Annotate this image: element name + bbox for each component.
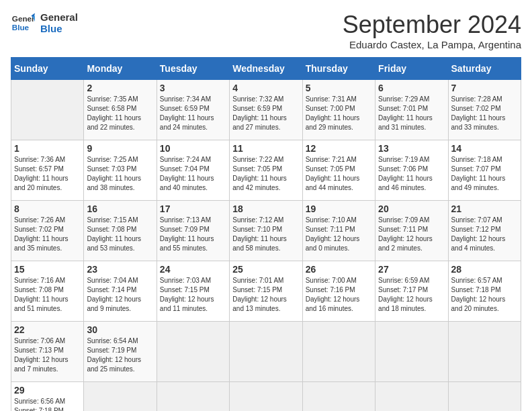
calendar-cell: 9Sunrise: 7:25 AMSunset: 7:03 PMDaylight… bbox=[84, 140, 157, 201]
day-info: Sunrise: 6:56 AMSunset: 7:18 PMDaylight:… bbox=[14, 397, 81, 411]
logo: General Blue General Blue bbox=[11, 11, 78, 35]
day-number: 18 bbox=[232, 203, 299, 214]
calendar-cell: 30Sunrise: 6:54 AMSunset: 7:19 PMDayligh… bbox=[84, 322, 157, 382]
day-number: 1 bbox=[14, 143, 81, 154]
day-number: 4 bbox=[232, 83, 299, 93]
calendar-row: 15Sunrise: 7:16 AMSunset: 7:08 PMDayligh… bbox=[11, 261, 521, 322]
calendar-cell: 4Sunrise: 7:32 AMSunset: 6:59 PMDaylight… bbox=[230, 80, 302, 140]
day-info: Sunrise: 7:16 AMSunset: 7:08 PMDaylight:… bbox=[14, 276, 81, 314]
calendar-cell bbox=[448, 322, 521, 382]
day-info: Sunrise: 6:54 AMSunset: 7:19 PMDaylight:… bbox=[87, 336, 153, 374]
day-info: Sunrise: 7:35 AMSunset: 6:58 PMDaylight:… bbox=[87, 95, 153, 132]
calendar-row: 1Sunrise: 7:36 AMSunset: 6:57 PMDaylight… bbox=[11, 140, 521, 201]
day-info: Sunrise: 7:07 AMSunset: 7:12 PMDaylight:… bbox=[451, 216, 518, 253]
logo-blue: Blue bbox=[40, 23, 78, 34]
day-number: 21 bbox=[451, 203, 518, 214]
day-info: Sunrise: 7:32 AMSunset: 6:59 PMDaylight:… bbox=[232, 95, 299, 132]
calendar-row: 22Sunrise: 7:06 AMSunset: 7:13 PMDayligh… bbox=[11, 322, 521, 382]
day-info: Sunrise: 7:19 AMSunset: 7:06 PMDaylight:… bbox=[378, 155, 445, 193]
calendar-cell: 25Sunrise: 7:01 AMSunset: 7:15 PMDayligh… bbox=[230, 261, 302, 322]
day-info: Sunrise: 7:29 AMSunset: 7:01 PMDaylight:… bbox=[378, 95, 445, 132]
day-number: 7 bbox=[451, 83, 518, 93]
day-number: 27 bbox=[378, 264, 445, 275]
calendar-header-row: Sunday Monday Tuesday Wednesday Thursday… bbox=[11, 58, 521, 80]
day-info: Sunrise: 7:22 AMSunset: 7:05 PMDaylight:… bbox=[232, 155, 299, 193]
day-number: 23 bbox=[87, 264, 153, 275]
day-number: 2 bbox=[87, 83, 153, 93]
header-thursday: Thursday bbox=[302, 58, 375, 80]
calendar-cell bbox=[84, 382, 157, 412]
header-friday: Friday bbox=[375, 58, 448, 80]
day-number: 10 bbox=[160, 143, 226, 154]
day-info: Sunrise: 7:28 AMSunset: 7:02 PMDaylight:… bbox=[451, 95, 518, 132]
calendar-cell bbox=[157, 322, 229, 382]
day-info: Sunrise: 7:09 AMSunset: 7:11 PMDaylight:… bbox=[378, 216, 445, 253]
day-number: 14 bbox=[451, 143, 518, 154]
day-number: 3 bbox=[160, 83, 226, 93]
header-monday: Monday bbox=[84, 58, 157, 80]
calendar-cell: 15Sunrise: 7:16 AMSunset: 7:08 PMDayligh… bbox=[11, 261, 84, 322]
day-info: Sunrise: 7:24 AMSunset: 7:04 PMDaylight:… bbox=[160, 155, 226, 193]
day-info: Sunrise: 7:00 AMSunset: 7:16 PMDaylight:… bbox=[306, 276, 372, 314]
calendar-cell: 11Sunrise: 7:22 AMSunset: 7:05 PMDayligh… bbox=[230, 140, 302, 201]
day-number: 29 bbox=[14, 385, 81, 396]
calendar-cell: 16Sunrise: 7:15 AMSunset: 7:08 PMDayligh… bbox=[84, 201, 157, 261]
day-info: Sunrise: 7:12 AMSunset: 7:10 PMDaylight:… bbox=[232, 216, 299, 253]
calendar-cell bbox=[230, 382, 302, 412]
header-wednesday: Wednesday bbox=[230, 58, 302, 80]
day-number: 28 bbox=[451, 264, 518, 275]
day-number: 9 bbox=[87, 143, 153, 154]
calendar-cell: 13Sunrise: 7:19 AMSunset: 7:06 PMDayligh… bbox=[375, 140, 448, 201]
calendar-cell: 18Sunrise: 7:12 AMSunset: 7:10 PMDayligh… bbox=[230, 201, 302, 261]
logo-general: General bbox=[40, 11, 78, 23]
calendar-cell bbox=[11, 80, 84, 140]
calendar-cell: 20Sunrise: 7:09 AMSunset: 7:11 PMDayligh… bbox=[375, 201, 448, 261]
day-info: Sunrise: 7:04 AMSunset: 7:14 PMDaylight:… bbox=[87, 276, 153, 314]
day-number: 22 bbox=[14, 324, 81, 335]
calendar-row: 29Sunrise: 6:56 AMSunset: 7:18 PMDayligh… bbox=[11, 382, 521, 412]
header-sunday: Sunday bbox=[11, 58, 84, 80]
day-info: Sunrise: 6:59 AMSunset: 7:17 PMDaylight:… bbox=[378, 276, 445, 314]
calendar-cell: 23Sunrise: 7:04 AMSunset: 7:14 PMDayligh… bbox=[84, 261, 157, 322]
calendar-cell: 26Sunrise: 7:00 AMSunset: 7:16 PMDayligh… bbox=[302, 261, 375, 322]
calendar-cell: 28Sunrise: 6:57 AMSunset: 7:18 PMDayligh… bbox=[448, 261, 521, 322]
calendar-cell bbox=[157, 382, 229, 412]
calendar-cell: 17Sunrise: 7:13 AMSunset: 7:09 PMDayligh… bbox=[157, 201, 229, 261]
calendar-table: Sunday Monday Tuesday Wednesday Thursday… bbox=[11, 57, 521, 411]
day-number: 15 bbox=[14, 264, 81, 275]
day-number: 17 bbox=[160, 203, 226, 214]
calendar-cell bbox=[302, 382, 375, 412]
calendar-cell: 3Sunrise: 7:34 AMSunset: 6:59 PMDaylight… bbox=[157, 80, 229, 140]
calendar-cell: 5Sunrise: 7:31 AMSunset: 7:00 PMDaylight… bbox=[302, 80, 375, 140]
day-number: 19 bbox=[306, 203, 372, 214]
day-number: 12 bbox=[306, 143, 372, 154]
day-info: Sunrise: 7:18 AMSunset: 7:07 PMDaylight:… bbox=[451, 155, 518, 193]
calendar-cell: 7Sunrise: 7:28 AMSunset: 7:02 PMDaylight… bbox=[448, 80, 521, 140]
day-info: Sunrise: 7:10 AMSunset: 7:11 PMDaylight:… bbox=[306, 216, 372, 253]
title-section: September 2024 Eduardo Castex, La Pampa,… bbox=[343, 11, 521, 50]
day-info: Sunrise: 7:13 AMSunset: 7:09 PMDaylight:… bbox=[160, 216, 226, 253]
calendar-cell bbox=[230, 322, 302, 382]
calendar-cell: 21Sunrise: 7:07 AMSunset: 7:12 PMDayligh… bbox=[448, 201, 521, 261]
day-number: 16 bbox=[87, 203, 153, 214]
day-info: Sunrise: 6:57 AMSunset: 7:18 PMDaylight:… bbox=[451, 276, 518, 314]
calendar-cell bbox=[375, 382, 448, 412]
day-number: 11 bbox=[232, 143, 299, 154]
calendar-cell: 6Sunrise: 7:29 AMSunset: 7:01 PMDaylight… bbox=[375, 80, 448, 140]
calendar-cell: 24Sunrise: 7:03 AMSunset: 7:15 PMDayligh… bbox=[157, 261, 229, 322]
calendar-cell: 10Sunrise: 7:24 AMSunset: 7:04 PMDayligh… bbox=[157, 140, 229, 201]
day-info: Sunrise: 7:06 AMSunset: 7:13 PMDaylight:… bbox=[14, 336, 81, 374]
day-number: 30 bbox=[87, 324, 153, 335]
day-info: Sunrise: 7:21 AMSunset: 7:05 PMDaylight:… bbox=[306, 155, 372, 193]
day-number: 6 bbox=[378, 83, 445, 93]
calendar-cell bbox=[302, 322, 375, 382]
day-info: Sunrise: 7:36 AMSunset: 6:57 PMDaylight:… bbox=[14, 155, 81, 193]
calendar-cell: 19Sunrise: 7:10 AMSunset: 7:11 PMDayligh… bbox=[302, 201, 375, 261]
main-title: September 2024 bbox=[343, 11, 521, 39]
calendar-cell: 2Sunrise: 7:35 AMSunset: 6:58 PMDaylight… bbox=[84, 80, 157, 140]
calendar-row: 2Sunrise: 7:35 AMSunset: 6:58 PMDaylight… bbox=[11, 80, 521, 140]
day-info: Sunrise: 7:03 AMSunset: 7:15 PMDaylight:… bbox=[160, 276, 226, 314]
day-number: 25 bbox=[232, 264, 299, 275]
day-info: Sunrise: 7:26 AMSunset: 7:02 PMDaylight:… bbox=[14, 216, 81, 253]
calendar-cell: 14Sunrise: 7:18 AMSunset: 7:07 PMDayligh… bbox=[448, 140, 521, 201]
